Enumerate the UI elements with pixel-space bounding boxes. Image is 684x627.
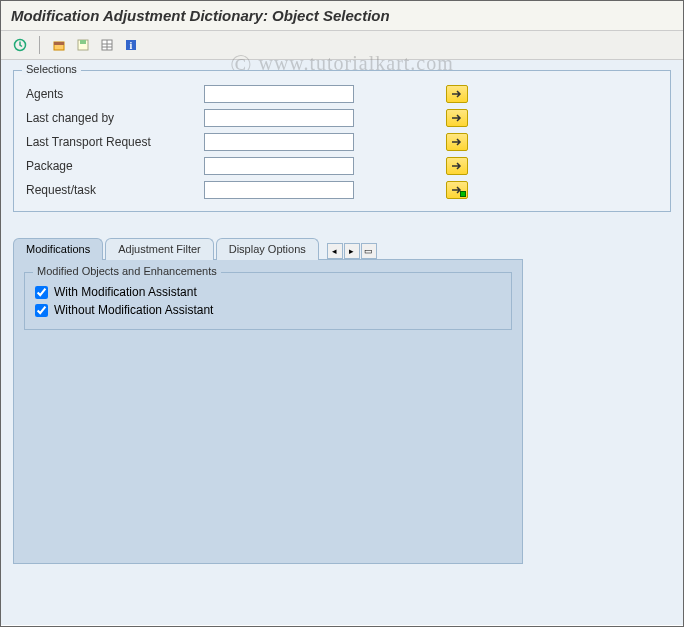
main-area: Selections Agents Last changed by [1, 60, 683, 625]
agents-input[interactable] [204, 85, 354, 103]
tab-adjustment-filter[interactable]: Adjustment Filter [105, 238, 214, 260]
tab-scroll-left-button[interactable]: ◂ [327, 243, 343, 259]
package-input[interactable] [204, 157, 354, 175]
title-bar: Modification Adjustment Dictionary: Obje… [1, 1, 683, 31]
request-task-input[interactable] [204, 181, 354, 199]
tab-scroll-right-button[interactable]: ▸ [344, 243, 360, 259]
check-row: With Modification Assistant [35, 285, 501, 299]
spreadsheet-button[interactable] [96, 35, 118, 55]
last-transport-request-label: Last Transport Request [24, 135, 204, 149]
agents-multiple-selection-button[interactable] [446, 85, 468, 103]
get-variant-button[interactable] [48, 35, 70, 55]
table-icon [100, 38, 114, 52]
selection-row: Request/task [24, 179, 660, 201]
clock-check-icon [13, 38, 27, 52]
check-row: Without Modification Assistant [35, 303, 501, 317]
request-task-label: Request/task [24, 183, 204, 197]
last-changed-by-multiple-selection-button[interactable] [446, 109, 468, 127]
information-button[interactable]: i [120, 35, 142, 55]
selection-row: Last Transport Request [24, 131, 660, 153]
toolbar-separator [39, 36, 40, 54]
modified-objects-group: Modified Objects and Enhancements With M… [24, 272, 512, 330]
selection-row: Last changed by [24, 107, 660, 129]
triangle-right-icon: ▸ [349, 246, 354, 256]
application-toolbar: i [1, 31, 683, 60]
tab-modifications[interactable]: Modifications [13, 238, 103, 260]
disk-icon [76, 38, 90, 52]
selection-row: Agents [24, 83, 660, 105]
value-help-indicator-icon [460, 191, 466, 197]
without-mod-assistant-checkbox[interactable] [35, 304, 48, 317]
selections-group: Selections Agents Last changed by [13, 70, 671, 212]
tab-list-button[interactable]: ▭ [361, 243, 377, 259]
execute-button[interactable] [9, 35, 31, 55]
info-icon: i [124, 38, 138, 52]
last-transport-request-input[interactable] [204, 133, 354, 151]
tab-list-icon: ▭ [364, 246, 373, 256]
last-transport-request-multiple-selection-button[interactable] [446, 133, 468, 151]
arrow-right-icon [451, 161, 463, 171]
last-changed-by-label: Last changed by [24, 111, 204, 125]
tab-body-modifications: Modified Objects and Enhancements With M… [13, 259, 523, 564]
package-label: Package [24, 159, 204, 173]
folder-open-icon [52, 38, 66, 52]
with-mod-assistant-checkbox[interactable] [35, 286, 48, 299]
selections-group-title: Selections [22, 63, 81, 75]
svg-rect-2 [54, 42, 64, 45]
last-changed-by-input[interactable] [204, 109, 354, 127]
without-mod-assistant-label: Without Modification Assistant [54, 303, 213, 317]
tab-strip: Modifications Adjustment Filter Display … [13, 237, 523, 564]
page-title: Modification Adjustment Dictionary: Obje… [11, 7, 390, 24]
svg-rect-4 [80, 40, 86, 44]
arrow-right-icon [451, 89, 463, 99]
with-mod-assistant-label: With Modification Assistant [54, 285, 197, 299]
request-task-multiple-selection-button[interactable] [446, 181, 468, 199]
triangle-left-icon: ◂ [332, 246, 337, 256]
agents-label: Agents [24, 87, 204, 101]
package-multiple-selection-button[interactable] [446, 157, 468, 175]
selection-row: Package [24, 155, 660, 177]
tab-display-options[interactable]: Display Options [216, 238, 319, 260]
arrow-right-icon [451, 137, 463, 147]
arrow-right-icon [451, 113, 463, 123]
modified-objects-group-title: Modified Objects and Enhancements [33, 265, 221, 277]
svg-text:i: i [130, 40, 133, 51]
save-variant-button[interactable] [72, 35, 94, 55]
